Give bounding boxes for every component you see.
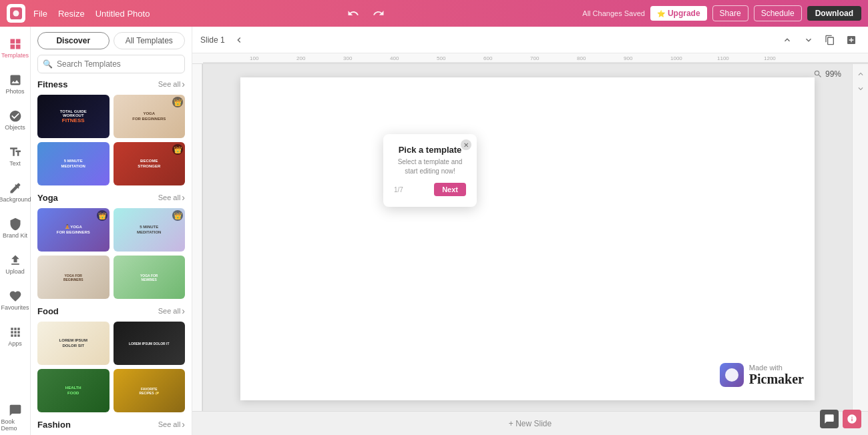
popup-close-button[interactable]: ✕ (461, 139, 471, 150)
icon-bar: Templates Photos Objects Text Background… (0, 27, 31, 435)
popup-next-button[interactable]: Next (434, 183, 466, 196)
yoga-title: Yoga (37, 193, 58, 203)
search-bar: 🔍 (37, 55, 185, 73)
canvas-scroll[interactable]: 99% Made with Picmaker (203, 64, 852, 411)
tab-all-templates[interactable]: All Templates (114, 32, 186, 49)
slide-label: Slide 1 (200, 35, 225, 45)
new-slide-label: + New Slide (509, 419, 552, 428)
yoga-thumb-1[interactable]: 🧘 YOGAfor Beginners 👑 (37, 208, 110, 252)
menu-resize[interactable]: Resize (58, 9, 85, 19)
add-slide-btn[interactable] (843, 31, 860, 49)
fitness-see-all[interactable]: See all (158, 79, 185, 89)
sidebar-item-favourites[interactable]: Favourites (1, 283, 29, 318)
top-bar-menu: File Resize Untitled Photo (33, 9, 150, 19)
food-thumb-2[interactable]: Lorem ipsum dolor it (114, 322, 186, 365)
svg-text:800: 800 (577, 55, 586, 61)
search-input[interactable] (37, 55, 185, 73)
food-thumb-4[interactable]: FavoriteRecipes 🌮 (114, 369, 186, 412)
svg-text:300: 300 (343, 55, 353, 61)
share-button[interactable]: Share (712, 5, 748, 21)
document-title[interactable]: Untitled Photo (95, 9, 150, 19)
chevron-up-right-icon[interactable] (856, 69, 865, 79)
redo-icon[interactable] (373, 7, 385, 19)
svg-text:700: 700 (530, 55, 539, 61)
fitness-thumb-2[interactable]: YOGAfor Beginners 👑 (114, 95, 186, 138)
upgrade-button[interactable]: Upgrade (650, 6, 707, 21)
ruler-horizontal: 100 200 300 400 500 600 700 800 900 1000… (192, 53, 868, 64)
picmaker-logo (720, 363, 744, 387)
tab-discover[interactable]: Discover (37, 32, 110, 49)
canvas-toolbar: Slide 1 (192, 27, 868, 53)
undo-icon[interactable] (347, 7, 359, 19)
chevron-down-btn[interactable] (800, 31, 817, 49)
download-button[interactable]: Download (807, 6, 861, 21)
bottom-icon-2[interactable] (843, 410, 861, 428)
main-area: Templates Photos Objects Text Background… (0, 27, 868, 435)
svg-text:1100: 1100 (717, 55, 729, 61)
zoom-level: 99% (825, 69, 841, 79)
svg-text:600: 600 (483, 55, 493, 61)
slide-canvas[interactable]: Made with Picmaker (240, 77, 815, 400)
sidebar: Discover All Templates 🔍 Fitness See all… (31, 27, 192, 435)
yoga-thumb-3[interactable]: YOGA FORBEGINNERS (37, 256, 110, 299)
sidebar-tabs: Discover All Templates (31, 27, 192, 55)
chevron-down-right-icon[interactable] (856, 84, 865, 93)
yoga-thumb-4[interactable]: Yoga forNewbies (114, 256, 186, 299)
food-title: Food (37, 306, 59, 316)
svg-text:1000: 1000 (670, 55, 682, 61)
copy-btn[interactable] (821, 31, 839, 49)
food-see-all[interactable]: See all (158, 306, 185, 316)
fitness-thumb-1[interactable]: TOTAL GUIDEWORKOUTFITNESS (37, 95, 110, 138)
sidebar-item-apps[interactable]: Apps (1, 319, 29, 354)
svg-text:100: 100 (250, 55, 259, 61)
popup-subtitle: Select a template and start editing now! (394, 157, 466, 176)
yoga-thumb-2[interactable]: 5 MinuteMeditation 👑 (114, 208, 186, 252)
svg-text:400: 400 (390, 55, 399, 61)
chevron-up-btn[interactable] (779, 31, 796, 49)
fitness-thumb-3[interactable]: 5 MinuteMeditation (37, 142, 110, 185)
yoga-see-all[interactable]: See all (158, 192, 185, 203)
food-grid: LOREM IPSUMDOLOR SIT Lorem ipsum dolor i… (37, 322, 185, 412)
schedule-button[interactable]: Schedule (754, 5, 802, 21)
yoga-section: Yoga See all 🧘 YOGAfor Beginners 👑 5 Min… (31, 192, 192, 306)
sidebar-item-text[interactable]: Text (1, 139, 29, 173)
food-thumb-1[interactable]: LOREM IPSUMDOLOR SIT (37, 322, 110, 365)
sidebar-item-background[interactable]: Background (1, 175, 29, 209)
sidebar-item-objects[interactable]: Objects (1, 103, 29, 137)
svg-point-1 (13, 11, 19, 17)
sidebar-item-photos[interactable]: Photos (1, 67, 29, 101)
made-with-text: Made with (749, 364, 804, 372)
search-icon: 🔍 (43, 59, 53, 69)
fashion-title: Fashion (37, 420, 71, 430)
svg-text:200: 200 (296, 55, 306, 61)
right-bar (852, 64, 868, 411)
collapse-left-btn[interactable] (230, 31, 248, 49)
top-bar-right: All Changes Saved Upgrade Share Schedule… (582, 5, 861, 21)
fashion-section: Fashion See all FASHION2020 HOW TOSHOP Y… (31, 419, 192, 435)
app-logo[interactable] (7, 4, 25, 23)
popup-progress: 1/7 Next (394, 183, 466, 196)
fitness-grid: TOTAL GUIDEWORKOUTFITNESS YOGAfor Beginn… (37, 95, 185, 185)
sidebar-item-brand-kit[interactable]: Brand Kit (1, 211, 29, 246)
sidebar-item-templates[interactable]: Templates (1, 31, 29, 65)
menu-file[interactable]: File (33, 9, 47, 19)
popup-progress-text: 1/7 (394, 186, 403, 193)
yoga-grid: 🧘 YOGAfor Beginners 👑 5 MinuteMeditation… (37, 208, 185, 299)
sidebar-item-book-demo[interactable]: Book Demo (1, 400, 29, 435)
fashion-see-all[interactable]: See all (158, 419, 185, 430)
food-thumb-3[interactable]: HEALTHFOOD (37, 369, 110, 412)
picmaker-brand: Picmaker (749, 372, 804, 387)
food-section: Food See all LOREM IPSUMDOLOR SIT Lorem … (31, 306, 192, 419)
canvas-area: Slide 1 (192, 27, 868, 435)
bottom-icon-1[interactable] (820, 410, 839, 428)
fitness-thumb-4[interactable]: BECOMESTRONGER 👑 (114, 142, 186, 185)
svg-text:900: 900 (624, 55, 633, 61)
fitness-title: Fitness (37, 79, 68, 89)
top-bar: File Resize Untitled Photo All Changes S… (0, 0, 868, 27)
ruler-vertical (192, 64, 203, 411)
fitness-section: Fitness See all TOTAL GUIDEWORKOUTFITNES… (31, 79, 192, 192)
new-slide-bar[interactable]: + New Slide (192, 411, 868, 435)
canvas-toolbar-right (779, 31, 860, 49)
popup-title: Pick a template (394, 145, 466, 155)
sidebar-item-upload[interactable]: Upload (1, 247, 29, 282)
